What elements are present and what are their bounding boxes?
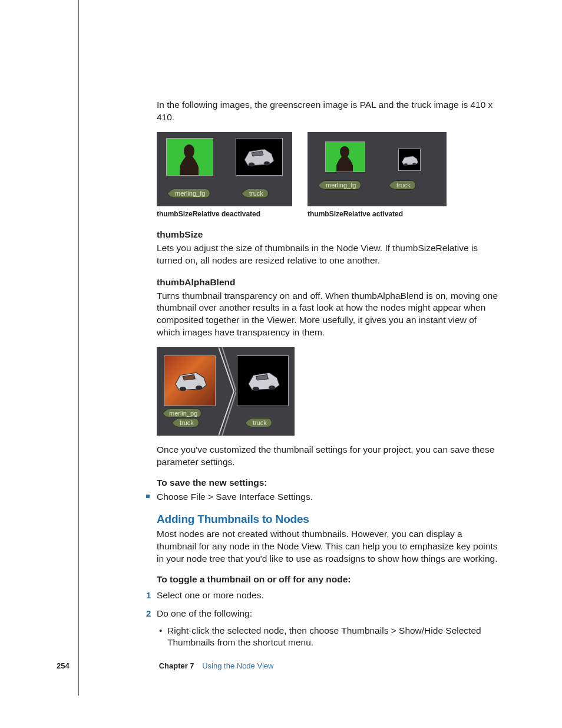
truck-icon [173,369,209,393]
figure-thumbsize-deactivated: merling_fg truck [157,132,292,206]
node-pill-truck-front: truck [174,418,199,427]
figure-captions-row: thumbSizeRelative deactivated thumbSizeR… [157,210,498,218]
bullet-save-settings: Choose File > Save Interface Settings. [157,492,498,502]
thumbnail-truck-small [398,149,421,171]
divider-chevron-icon [219,347,236,436]
svg-point-4 [180,387,186,391]
svg-point-3 [412,163,416,164]
section-heading-adding-thumbnails: Adding Thumbnails to Nodes [157,513,498,526]
step-2: 2 Do one of the following: Right-click t… [157,608,498,650]
truck-icon [401,154,419,167]
svg-point-2 [404,163,408,165]
page-number: 254 [57,661,157,670]
chapter-label: Chapter 7 [159,661,194,670]
body-thumbsize: Lets you adjust the size of thumbnails i… [157,242,498,267]
left-margin-rule [78,0,79,696]
heading-thumbalphablend: thumbAlphaBlend [157,276,498,289]
node-pill-truck-right: truck [247,418,272,427]
step-2a: Right-click the selected node, then choo… [167,625,498,650]
numbered-steps: 1 Select one or more nodes. 2 Do one of … [157,589,498,650]
svg-point-6 [253,387,259,391]
node-pill-merlin-back: merlin_pg [165,409,201,418]
svg-point-1 [264,162,270,165]
bullet-save-text: Choose File > Save Interface Settings. [157,492,313,502]
node-pill-merling: merling_fg [320,180,361,190]
step-number-2: 2 [146,608,151,620]
paragraph-after-fig3: Once you've customized the thumbnail set… [157,444,498,469]
caption-activated: thumbSizeRelative activated [308,210,447,218]
heading-save-settings: To save the new settings: [157,477,498,489]
caption-deactivated: thumbSizeRelative deactivated [157,210,292,218]
thumbnail-truck-right [237,355,289,406]
section-thumbsize: thumbSize Lets you adjust the size of th… [157,229,498,267]
toggle-block: To toggle a thumbnail on or off for any … [157,574,498,650]
truck-icon [246,369,282,393]
chapter-title: Using the Node View [202,661,273,670]
svg-point-5 [196,386,202,390]
node-pill-truck: truck [244,189,269,198]
truck-icon [242,146,276,168]
thumbnail-composite-left [164,355,216,406]
step-2-text: Do one of the following: [157,608,252,618]
woman-silhouette-icon [177,142,201,175]
woman-silhouette-icon [334,144,355,172]
page-footer: 254 Chapter 7 Using the Node View [57,661,504,670]
svg-point-7 [269,386,275,390]
figure-row-1: merling_fg truck merling_fg truck [157,132,498,206]
square-bullet-icon [146,495,150,498]
page: In the following images, the greenscreen… [0,0,562,728]
heading-thumbsize: thumbSize [157,229,498,241]
node-pill-merling: merling_fg [170,189,210,198]
figure-alphablend: merlin_pg truck truck [157,347,295,436]
step-2-sublist: Right-click the selected node, then choo… [157,625,498,650]
thumbnail-truck [236,138,283,176]
thumbnail-greenscreen [166,138,213,176]
svg-point-0 [249,163,254,166]
step-1: 1 Select one or more nodes. [157,589,498,602]
figure-thumbsize-activated: merling_fg truck [308,132,447,206]
heading-toggle-thumbnail: To toggle a thumbnail on or off for any … [157,574,498,586]
body-thumbalphablend: Turns thumbnail transparency on and off.… [157,290,498,340]
node-pill-truck: truck [391,180,416,190]
content-column: In the following images, the greenscreen… [157,99,498,655]
intro-paragraph: In the following images, the greenscreen… [157,99,498,124]
save-settings-block: To save the new settings: Choose File > … [157,477,498,502]
thumbnail-greenscreen [325,141,365,172]
section-body-adding-thumbnails: Most nodes are not created without thumb… [157,528,498,565]
step-1-text: Select one or more nodes. [157,590,264,600]
section-thumbalphablend: thumbAlphaBlend Turns thumbnail transpar… [157,276,498,340]
step-number-1: 1 [146,589,151,601]
